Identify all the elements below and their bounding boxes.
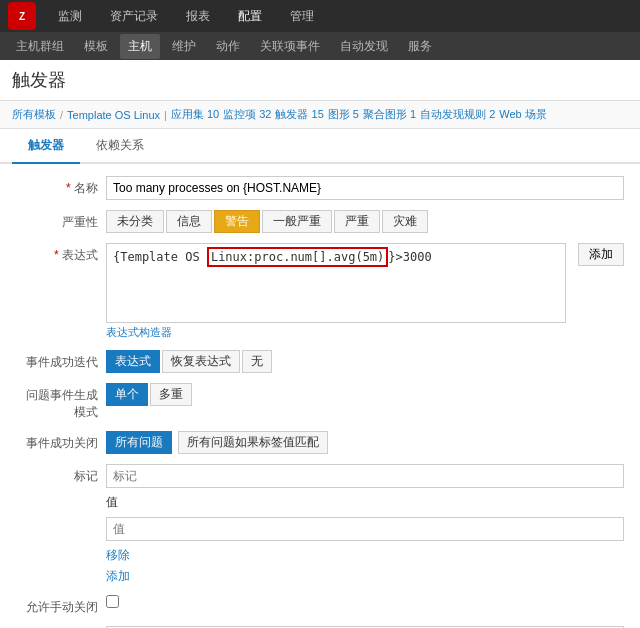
manual-close-label: 允许手动关闭 <box>16 595 106 616</box>
breadcrumb-triggers[interactable]: 触发器 15 <box>275 107 323 122</box>
breadcrumb-template-os[interactable]: Template OS Linux <box>67 109 160 121</box>
tag-name-input[interactable] <box>106 464 624 488</box>
ok-event-label: 事件成功关闭 <box>16 431 106 452</box>
main-content: 名称 Too many processes on {HOST.NAME} 严重性… <box>0 164 640 628</box>
remove-tag-link[interactable]: 移除 <box>106 547 130 564</box>
gen-mode-control: 单个 多重 <box>106 383 624 406</box>
expr-row-inner: {Template OS Linux:proc.num[].avg(5m)}>3… <box>106 243 624 323</box>
ok-event-row: 事件成功关闭 所有问题 所有问题如果标签值匹配 <box>16 431 624 454</box>
breadcrumb-monitor[interactable]: 监控项 32 <box>223 107 271 122</box>
nav-auto-discover[interactable]: 自动发现 <box>332 34 396 59</box>
second-navbar: 主机群组 模板 主机 维护 动作 关联项事件 自动发现 服务 <box>0 32 640 60</box>
nav-monitor[interactable]: 监测 <box>52 4 88 29</box>
tab-trigger[interactable]: 触发器 <box>12 129 80 164</box>
breadcrumb-app[interactable]: 应用集 10 <box>171 107 219 122</box>
recovery-group: 表达式 恢复表达式 无 <box>106 350 624 373</box>
expr-suffix: }>3000 <box>388 250 431 264</box>
app-logo: Z <box>8 2 36 30</box>
name-row: 名称 Too many processes on {HOST.NAME} <box>16 176 624 200</box>
sev-high[interactable]: 严重 <box>334 210 380 233</box>
gen-mode-group: 单个 多重 <box>106 383 624 406</box>
expr-control: {Template OS Linux:proc.num[].avg(5m)}>3… <box>106 243 624 340</box>
tag-value-input[interactable] <box>106 517 624 541</box>
breadcrumb-aggregate[interactable]: 聚合图形 1 <box>363 107 416 122</box>
recovery-row: 事件成功迭代 表达式 恢复表达式 无 <box>16 350 624 373</box>
breadcrumb: 所有模板 / Template OS Linux | 应用集 10 监控项 32… <box>0 101 640 129</box>
tab-dependency[interactable]: 依赖关系 <box>80 129 160 164</box>
nav-manage[interactable]: 管理 <box>284 4 320 29</box>
breadcrumb-auto-discover[interactable]: 自动发现规则 2 <box>420 107 495 122</box>
severity-control: 未分类 信息 警告 一般严重 严重 灾难 <box>106 210 624 233</box>
nav-host[interactable]: 主机 <box>120 34 160 59</box>
tags-row: 值 移除 <box>106 464 624 564</box>
gen-mode-label: 问题事件生成模式 <box>16 383 106 421</box>
nav-host-group[interactable]: 主机群组 <box>8 34 72 59</box>
recovery-recovery-btn[interactable]: 恢复表达式 <box>162 350 240 373</box>
severity-label: 严重性 <box>16 210 106 231</box>
sub-tabs: 触发器 依赖关系 <box>0 129 640 164</box>
top-navbar: Z 监测 资产记录 报表 配置 管理 <box>0 0 640 32</box>
ok-all-issues-btn[interactable]: 所有问题 <box>106 431 172 454</box>
add-tag-link[interactable]: 添加 <box>106 569 130 583</box>
page-title: 触发器 <box>12 68 628 92</box>
expr-display[interactable]: {Template OS Linux:proc.num[].avg(5m)}>3… <box>106 243 566 323</box>
name-input[interactable]: Too many processes on {HOST.NAME} <box>106 176 624 200</box>
tags-form-row: 标记 值 移除 添加 <box>16 464 624 585</box>
nav-config[interactable]: 配置 <box>232 4 268 29</box>
recovery-label: 事件成功迭代 <box>16 350 106 371</box>
manual-close-row: 允许手动关闭 <box>16 595 624 616</box>
breadcrumb-graphs[interactable]: 图形 5 <box>328 107 359 122</box>
recovery-expr-btn[interactable]: 表达式 <box>106 350 160 373</box>
name-label: 名称 <box>16 176 106 197</box>
manual-close-checkbox[interactable] <box>106 595 119 608</box>
nav-report[interactable]: 报表 <box>180 4 216 29</box>
nav-service[interactable]: 服务 <box>400 34 440 59</box>
manual-close-control <box>106 595 624 611</box>
sev-unclassified[interactable]: 未分类 <box>106 210 164 233</box>
issues-row: 所有问题 所有问题如果标签值匹配 <box>106 431 624 454</box>
sev-warning[interactable]: 警告 <box>214 210 260 233</box>
expr-row: 表达式 {Template OS Linux:proc.num[].avg(5m… <box>16 243 624 340</box>
name-control: Too many processes on {HOST.NAME} <box>106 176 624 200</box>
nav-maintain[interactable]: 维护 <box>164 34 204 59</box>
severity-row: 严重性 未分类 信息 警告 一般严重 严重 灾难 <box>16 210 624 233</box>
sev-average[interactable]: 一般严重 <box>262 210 332 233</box>
nav-template[interactable]: 模板 <box>76 34 116 59</box>
ok-event-control: 所有问题 所有问题如果标签值匹配 <box>106 431 624 454</box>
page-title-bar: 触发器 <box>0 60 640 101</box>
expr-calculator-link[interactable]: 表达式构造器 <box>106 325 172 340</box>
sev-disaster[interactable]: 灾难 <box>382 210 428 233</box>
tags-label: 标记 <box>16 464 106 485</box>
gen-mode-row: 问题事件生成模式 单个 多重 <box>16 383 624 421</box>
breadcrumb-all-templates[interactable]: 所有模板 <box>12 107 56 122</box>
ok-tag-match-btn[interactable]: 所有问题如果标签值匹配 <box>178 431 328 454</box>
sev-info[interactable]: 信息 <box>166 210 212 233</box>
nav-related-event[interactable]: 关联项事件 <box>252 34 328 59</box>
add-expr-button[interactable]: 添加 <box>578 243 624 266</box>
expr-label: 表达式 <box>16 243 106 264</box>
nav-asset[interactable]: 资产记录 <box>104 4 164 29</box>
recovery-none-btn[interactable]: 无 <box>242 350 272 373</box>
gen-multi-btn[interactable]: 多重 <box>150 383 192 406</box>
expr-highlighted: Linux:proc.num[].avg(5m) <box>207 247 388 267</box>
gen-single-btn[interactable]: 单个 <box>106 383 148 406</box>
breadcrumb-web[interactable]: Web 场景 <box>499 107 546 122</box>
tags-control: 值 移除 添加 <box>106 464 624 585</box>
recovery-control: 表达式 恢复表达式 无 <box>106 350 624 373</box>
severity-group: 未分类 信息 警告 一般严重 严重 灾难 <box>106 210 624 233</box>
nav-action[interactable]: 动作 <box>208 34 248 59</box>
expr-prefix: {Template OS <box>113 250 207 264</box>
